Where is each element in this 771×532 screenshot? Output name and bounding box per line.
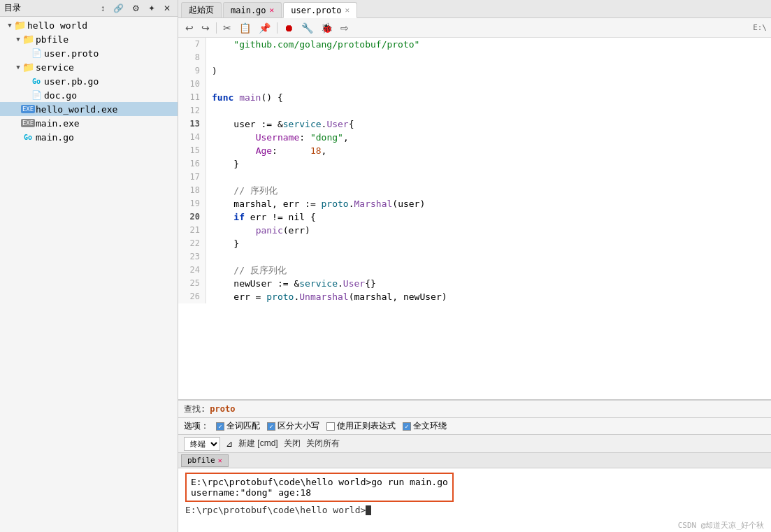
build-button[interactable]: 🔧 (298, 21, 316, 35)
watermark-text: CSDN @却道天凉_好个秋 (678, 521, 764, 530)
line-num-22: 22 (184, 237, 200, 250)
line-num-15: 15 (184, 144, 200, 157)
copy-button[interactable]: 📋 (236, 21, 254, 35)
sidebar-item-user-proto[interactable]: ▶ 📄 user.proto (0, 46, 178, 60)
file-icon: 📄 (31, 48, 42, 59)
sidebar-item-main-exe[interactable]: ▶ EXE main.exe (0, 116, 178, 130)
tree-label-main-exe: main.exe (36, 118, 80, 129)
tab-user-proto-close[interactable]: ✕ (345, 6, 350, 15)
sidebar-btn-2[interactable]: 🔗 (110, 2, 127, 15)
wrap-checkbox[interactable]: ✓ (403, 422, 411, 431)
file-icon: 📄 (31, 89, 42, 101)
option-wrap-label: 全文环绕 (413, 420, 447, 432)
exe-gray-icon: EXE (22, 117, 34, 129)
sidebar-btn-1[interactable]: ↕ (98, 2, 108, 15)
debug-button[interactable]: 🐞 (318, 21, 336, 35)
search-bar: 查找: proto (178, 400, 771, 418)
sidebar-btn-4[interactable]: ✦ (145, 2, 158, 15)
tab-bar: 起始页 main.go ✕ user.proto ✕ (178, 0, 771, 18)
code-line-24: // 反序列化 (212, 264, 765, 277)
option-case-label: 区分大小写 (278, 420, 319, 432)
sidebar-item-hello-world[interactable]: ▼ 📁 hello world (0, 18, 178, 32)
sidebar-item-doc-go[interactable]: ▶ 📄 doc.go (0, 88, 178, 102)
line-num-21: 21 (184, 224, 200, 237)
new-terminal-button[interactable]: 新建 [cmd] (238, 438, 278, 450)
chevron-icon: ▼ (6, 22, 14, 29)
tree-label-service: service (36, 62, 74, 73)
line-numbers: 7 8 9 10 11 12 13 14 15 16 17 18 19 20 (178, 38, 206, 303)
close-terminal-button[interactable]: 关闭 (284, 438, 301, 450)
sidebar-item-service[interactable]: ▼ 📁 service (0, 60, 178, 74)
regex-checkbox[interactable] (326, 422, 335, 431)
redo-button[interactable]: ↪ (199, 21, 212, 35)
line-num-19: 19 (184, 197, 200, 210)
line-num-17: 17 (184, 171, 200, 184)
sidebar-btn-3[interactable]: ⚙ (129, 2, 143, 15)
search-label: 查找: (184, 403, 206, 415)
sidebar-item-user-pb-go[interactable]: ▶ Go user.pb.go (0, 74, 178, 88)
sidebar-close[interactable]: ✕ (161, 2, 173, 15)
code-line-12 (212, 104, 765, 117)
sidebar-item-main-go[interactable]: ▶ Go main.go (0, 130, 178, 144)
go-file-icon: Go (22, 131, 34, 143)
sidebar: 目录 ↕ 🔗 ⚙ ✦ ✕ ▼ 📁 hello world (0, 0, 178, 532)
case-checkbox[interactable]: ✓ (267, 422, 275, 431)
cut-button[interactable]: ✂ (220, 21, 234, 35)
tab-start-label: 起始页 (189, 4, 214, 16)
paste-button[interactable]: 📌 (256, 21, 273, 35)
code-line-13: user := &service.User{ (212, 117, 765, 131)
line-num-10: 10 (184, 78, 200, 91)
full-word-checkbox[interactable]: ✓ (216, 422, 224, 431)
tab-user-proto[interactable]: user.proto ✕ (283, 2, 357, 18)
line-num-12: 12 (184, 104, 200, 117)
terminal-prompt-line: E:\rpc\protobuf\code\hello world> (185, 505, 764, 515)
terminal-type-select[interactable]: 终端 (184, 437, 220, 451)
terminal-content[interactable]: E:\rpc\protobuf\code\hello world>go run … (178, 468, 771, 519)
run-button[interactable]: ⏺ (281, 21, 296, 35)
tab-main-go[interactable]: main.go ✕ (223, 2, 282, 17)
sidebar-header: 目录 ↕ 🔗 ⚙ ✦ ✕ (0, 0, 178, 17)
search-value: proto (210, 404, 235, 414)
tab-user-proto-label: user.proto (291, 6, 341, 15)
code-line-11: func main() { (212, 91, 765, 104)
code-line-22: } (212, 237, 765, 250)
editor-area: 起始页 main.go ✕ user.proto ✕ ↩ ↪ ✂ 📋 📌 (178, 0, 771, 532)
toolbar-separator-2 (277, 22, 278, 34)
folder-icon: 📁 (14, 20, 25, 31)
tab-main-go-label: main.go (231, 6, 266, 15)
code-line-21: panic(err) (212, 224, 765, 237)
code-text: "github.com/golang/protobuf/proto" ) fun (206, 38, 771, 303)
code-line-9: ) (212, 64, 765, 78)
go-file-icon: Go (31, 76, 42, 87)
tab-start[interactable]: 起始页 (181, 2, 222, 17)
sidebar-controls: ↕ 🔗 ⚙ ✦ ✕ (98, 2, 173, 15)
terminal-line-2: username:"dong" age:18 (191, 487, 448, 498)
line-num-14: 14 (184, 131, 200, 144)
format-button[interactable]: ⇨ (338, 21, 352, 35)
code-line-14: Username: "dong", (212, 131, 765, 144)
filter-icon: ⊿ (226, 439, 233, 449)
chevron-icon: ▼ (14, 36, 22, 43)
code-line-23 (212, 250, 765, 264)
line-num-23: 23 (184, 250, 200, 264)
code-line-26: err = proto.Unmarshal(marshal, newUser) (212, 290, 765, 303)
tab-main-go-close[interactable]: ✕ (270, 6, 275, 15)
folder-icon: 📁 (22, 34, 34, 45)
line-num-13: 13 (184, 117, 200, 131)
code-editor[interactable]: 7 8 9 10 11 12 13 14 15 16 17 18 19 20 (178, 38, 771, 399)
code-line-25: newUser := &service.User{} (212, 277, 765, 290)
sidebar-item-hello-world-exe[interactable]: ▶ EXE hello_world.exe (0, 102, 178, 116)
sidebar-item-pbfile[interactable]: ▼ 📁 pbfile (0, 32, 178, 46)
line-num-24: 24 (184, 264, 200, 277)
terminal-tab-close[interactable]: ✕ (218, 456, 222, 464)
code-line-16: } (212, 157, 765, 171)
toolbar-separator (216, 22, 217, 34)
tree-label-doc-go: doc.go (44, 90, 77, 101)
line-num-16: 16 (184, 157, 200, 171)
undo-button[interactable]: ↩ (182, 21, 196, 35)
options-bar: 选项： ✓ 全词匹配 ✓ 区分大小写 使用正则表达式 ✓ (178, 418, 771, 435)
sidebar-title: 目录 (4, 2, 21, 14)
close-all-terminal-button[interactable]: 关闭所有 (306, 438, 340, 450)
terminal-tab-pbfile[interactable]: pbfile ✕ (181, 454, 229, 467)
code-line-15: Age: 18, (212, 144, 765, 157)
